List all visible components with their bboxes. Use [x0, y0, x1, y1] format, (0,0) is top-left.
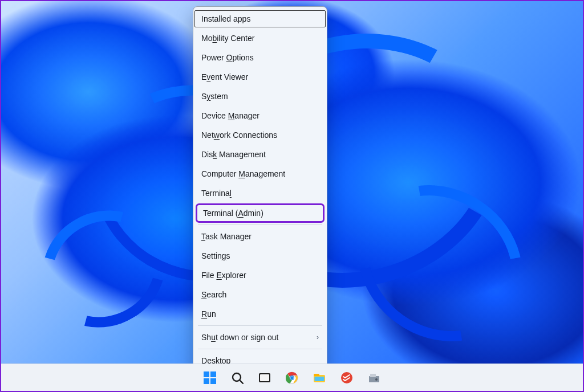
winx-item-label: File Explorer: [201, 271, 246, 280]
winx-item-label: Installed apps: [201, 14, 250, 23]
winx-item-device-manager[interactable]: Device Manager: [193, 106, 327, 125]
winx-item-label: Event Viewer: [201, 72, 248, 81]
winx-item-disk-management[interactable]: Disk Management: [193, 145, 327, 164]
winx-item-label: Mobility Center: [201, 34, 254, 43]
winx-item-file-explorer[interactable]: File Explorer: [193, 266, 327, 285]
taskbar: [1, 364, 583, 391]
taskbar-screenshot-tool-button[interactable]: [364, 368, 384, 387]
winx-item-run[interactable]: Run: [193, 304, 327, 324]
winx-item-label: Power Options: [201, 53, 254, 62]
start-icon: [204, 371, 216, 384]
search-icon: [231, 371, 244, 384]
winx-item-search[interactable]: Search: [193, 285, 327, 304]
winx-item-label: Disk Management: [201, 150, 266, 159]
winx-menu: Installed appsMobility CenterPower Optio…: [193, 6, 327, 373]
taskbar-task-view-button[interactable]: [255, 368, 274, 387]
winx-item-task-manager[interactable]: Task Manager: [193, 227, 327, 246]
winx-item-label: Shut down or sign out: [201, 333, 278, 342]
winx-item-label: Terminal: [201, 189, 232, 198]
taskbar-search-button[interactable]: [228, 368, 247, 387]
winx-item-terminal-admin[interactable]: Terminal (Admin): [196, 203, 325, 223]
winx-item-label: System: [201, 92, 228, 101]
menu-separator: [198, 349, 322, 349]
chrome-icon: [286, 371, 298, 384]
winx-item-shut-down-or-sign-out[interactable]: Shut down or sign out›: [193, 328, 327, 347]
todoist-icon: [340, 371, 353, 384]
screenshot-tool-icon: [368, 371, 380, 384]
winx-item-computer-management[interactable]: Computer Management: [193, 164, 327, 183]
winx-item-label: Computer Management: [201, 169, 285, 178]
winx-item-label: Task Manager: [201, 232, 252, 241]
winx-item-label: Device Manager: [201, 111, 259, 120]
winx-item-settings[interactable]: Settings: [193, 246, 327, 266]
taskbar-todoist-button[interactable]: [337, 368, 356, 387]
chevron-right-icon: ›: [317, 333, 319, 341]
taskbar-file-explorer-button[interactable]: [310, 368, 329, 387]
winx-item-installed-apps[interactable]: Installed apps: [193, 9, 327, 28]
winx-item-label: Network Connections: [201, 130, 277, 140]
task-view-icon: [258, 371, 271, 384]
winx-item-label: Search: [201, 290, 226, 299]
taskbar-chrome-button[interactable]: [282, 368, 302, 387]
file-explorer-icon: [313, 371, 326, 384]
winx-item-power-options[interactable]: Power Options: [193, 48, 327, 67]
winx-item-terminal[interactable]: Terminal: [193, 183, 327, 203]
winx-item-network-connections[interactable]: Network Connections: [193, 125, 327, 145]
menu-separator: [198, 325, 322, 326]
menu-separator: [198, 224, 322, 225]
winx-item-label: Settings: [201, 251, 230, 260]
winx-item-label: Run: [201, 309, 216, 318]
winx-item-system[interactable]: System: [193, 87, 327, 106]
winx-item-mobility-center[interactable]: Mobility Center: [193, 28, 327, 48]
winx-item-label: Terminal (Admin): [203, 209, 263, 218]
taskbar-start-button[interactable]: [200, 368, 220, 387]
winx-item-event-viewer[interactable]: Event Viewer: [193, 67, 327, 87]
